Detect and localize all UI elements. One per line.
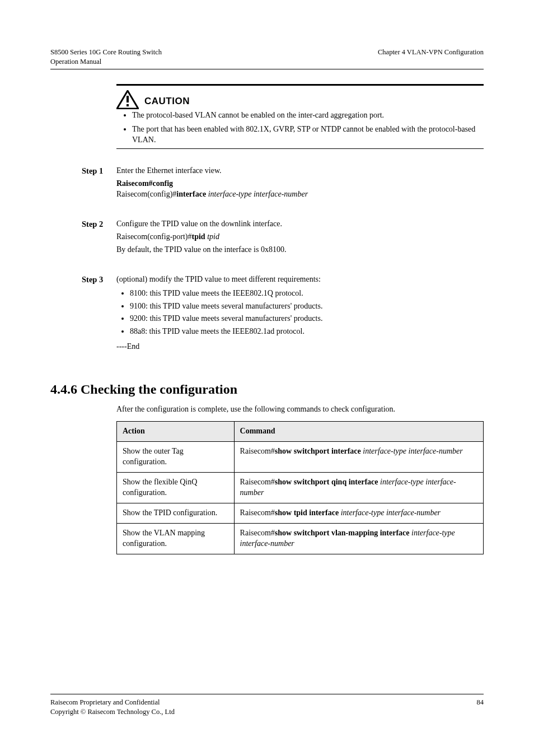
step-title: Enter the Ethernet interface view. — [116, 166, 484, 176]
action-cell: Show the TPID configuration. — [117, 503, 235, 523]
step-block: Step 3 (optional) modify the TPID value … — [116, 274, 484, 354]
table-header-action: Action — [117, 422, 235, 442]
table-row: Show the flexible QinQ configuration. Ra… — [117, 473, 484, 503]
section-heading: 4.4.6 Checking the configuration — [50, 380, 484, 398]
bullet-item: 9100: this TPID value meets several manu… — [130, 301, 484, 312]
svg-rect-2 — [127, 104, 129, 106]
action-cell: Show the VLAN mapping configuration. — [117, 523, 235, 554]
caution-item: The port that has been enabled with 802.… — [132, 124, 484, 146]
step-block: Step 1 Enter the Ethernet interface view… — [116, 166, 484, 202]
caution-list: The protocol-based VLAN cannot be enable… — [116, 110, 484, 146]
table-row: Show the TPID configuration. Raisecom#sh… — [117, 503, 484, 523]
step-title: (optional) modify the TPID value to meet… — [116, 274, 484, 285]
command-cell: Raisecom#show tpid interface interface-t… — [234, 503, 483, 523]
caution-bottom-rule — [116, 148, 484, 149]
step-label: Step 1 — [82, 166, 116, 202]
step-title: Configure the TPID value on the downlink… — [116, 219, 484, 230]
step-note: By default, the TPID value on the interf… — [116, 245, 484, 255]
step-command: Raisecom(config-port)#tpid tpid — [116, 232, 484, 242]
caution-top-rule — [116, 84, 484, 86]
command-cell: Raisecom#show switchport interface inter… — [234, 442, 483, 473]
bullet-item: 9200: this TPID value meets several manu… — [130, 314, 484, 324]
footer-page-number: 84 — [477, 698, 484, 717]
config-table: Action Command Show the outer Tag config… — [116, 421, 484, 554]
step-block: Step 2 Configure the TPID value on the d… — [116, 219, 484, 258]
step-label: Step 3 — [82, 274, 116, 354]
warning-icon — [116, 90, 139, 109]
page-footer: Raisecom Proprietary and Confidential Co… — [50, 694, 484, 717]
header-doc-title: Operation Manual — [50, 58, 101, 66]
caution-label: CAUTION — [144, 95, 190, 109]
step-command: Raisecom#configRaisecom(config)#interfac… — [116, 179, 484, 200]
action-cell: Show the outer Tag configuration. — [117, 442, 235, 473]
table-header-command: Command — [234, 422, 483, 442]
command-cell: Raisecom#show switchport vlan-mapping in… — [234, 523, 483, 554]
table-row: Show the VLAN mapping configuration. Rai… — [117, 523, 484, 554]
bullet-item: 88a8: this TPID value meets the IEEE802.… — [130, 326, 484, 337]
caution-item: The protocol-based VLAN cannot be enable… — [132, 110, 484, 121]
footer-copyright: Copyright © Raisecom Technology Co., Ltd — [50, 708, 175, 716]
section-lead: After the configuration is complete, use… — [116, 404, 484, 415]
action-cell: Show the flexible QinQ configuration. — [117, 473, 235, 503]
header-product: S8500 Series 10G Core Routing Switch — [50, 48, 162, 56]
header-chapter: Chapter 4 VLAN-VPN Configuration — [378, 48, 484, 67]
svg-rect-1 — [127, 96, 129, 102]
bullet-item: 8100: this TPID value meets the IEEE802.… — [130, 288, 484, 299]
footer-divider — [50, 694, 484, 694]
header-divider — [50, 69, 484, 69]
step-bullets: 8100: this TPID value meets the IEEE802.… — [116, 288, 484, 338]
footer-company: Raisecom Proprietary and Confidential — [50, 698, 160, 706]
command-cell: Raisecom#show switchport qinq interface … — [234, 473, 483, 503]
table-row: Show the outer Tag configuration. Raisec… — [117, 442, 484, 473]
step-label: Step 2 — [82, 219, 116, 258]
end-marker: ----End — [116, 342, 484, 352]
